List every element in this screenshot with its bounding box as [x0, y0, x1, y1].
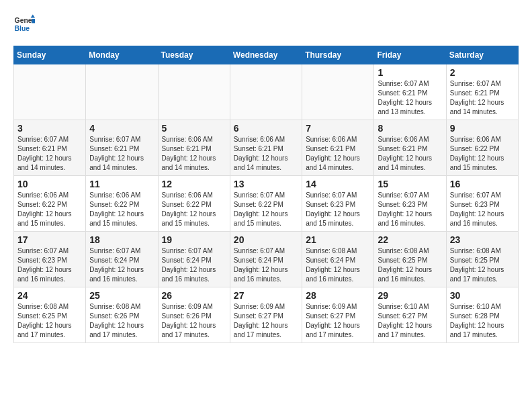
day-info: Sunrise: 6:07 AM Sunset: 6:21 PM Dayligh… [450, 79, 515, 117]
day-number: 8 [378, 123, 442, 134]
day-info: Sunrise: 6:06 AM Sunset: 6:21 PM Dayligh… [162, 135, 226, 173]
day-number: 18 [89, 234, 154, 245]
calendar-week-row: 10Sunrise: 6:06 AM Sunset: 6:22 PM Dayli… [14, 176, 519, 232]
calendar-cell: 16Sunrise: 6:07 AM Sunset: 6:23 PM Dayli… [446, 176, 518, 232]
page-header: General Blue [13, 13, 519, 35]
day-info: Sunrise: 6:07 AM Sunset: 6:23 PM Dayligh… [378, 191, 442, 228]
day-number: 19 [162, 234, 226, 245]
day-info: Sunrise: 6:07 AM Sunset: 6:24 PM Dayligh… [234, 246, 298, 284]
day-info: Sunrise: 6:08 AM Sunset: 6:26 PM Dayligh… [89, 302, 154, 340]
day-number: 26 [162, 290, 226, 301]
day-number: 14 [306, 179, 370, 189]
weekday-header: Thursday [302, 46, 374, 64]
calendar-cell: 3Sunrise: 6:07 AM Sunset: 6:21 PM Daylig… [14, 120, 86, 176]
calendar-cell: 8Sunrise: 6:06 AM Sunset: 6:21 PM Daylig… [374, 120, 446, 176]
day-info: Sunrise: 6:10 AM Sunset: 6:28 PM Dayligh… [450, 302, 515, 340]
day-info: Sunrise: 6:07 AM Sunset: 6:22 PM Dayligh… [234, 191, 298, 228]
calendar-cell: 15Sunrise: 6:07 AM Sunset: 6:23 PM Dayli… [374, 176, 446, 232]
calendar-cell [86, 64, 158, 120]
day-number: 15 [378, 179, 442, 189]
weekday-header: Saturday [446, 46, 518, 64]
calendar-cell: 27Sunrise: 6:09 AM Sunset: 6:27 PM Dayli… [230, 287, 302, 343]
day-number: 22 [378, 234, 442, 245]
day-info: Sunrise: 6:07 AM Sunset: 6:24 PM Dayligh… [162, 246, 226, 284]
day-number: 5 [162, 123, 226, 134]
day-number: 29 [378, 290, 442, 301]
calendar-cell: 10Sunrise: 6:06 AM Sunset: 6:22 PM Dayli… [14, 176, 86, 232]
calendar-cell: 19Sunrise: 6:07 AM Sunset: 6:24 PM Dayli… [158, 232, 230, 287]
day-info: Sunrise: 6:07 AM Sunset: 6:21 PM Dayligh… [89, 135, 154, 173]
day-number: 10 [17, 179, 82, 189]
day-number: 23 [450, 234, 515, 245]
calendar-cell: 12Sunrise: 6:06 AM Sunset: 6:22 PM Dayli… [158, 176, 230, 232]
calendar-cell: 30Sunrise: 6:10 AM Sunset: 6:28 PM Dayli… [446, 287, 518, 343]
day-number: 12 [162, 179, 226, 189]
calendar-cell [14, 64, 86, 120]
day-info: Sunrise: 6:08 AM Sunset: 6:25 PM Dayligh… [378, 246, 442, 284]
calendar-cell: 23Sunrise: 6:08 AM Sunset: 6:25 PM Dayli… [446, 232, 518, 287]
day-number: 28 [306, 290, 370, 301]
calendar-cell: 25Sunrise: 6:08 AM Sunset: 6:26 PM Dayli… [86, 287, 158, 343]
day-info: Sunrise: 6:07 AM Sunset: 6:23 PM Dayligh… [306, 191, 370, 228]
day-number: 7 [306, 123, 370, 134]
calendar-cell: 22Sunrise: 6:08 AM Sunset: 6:25 PM Dayli… [374, 232, 446, 287]
calendar-cell: 6Sunrise: 6:06 AM Sunset: 6:21 PM Daylig… [230, 120, 302, 176]
svg-marker-3 [32, 19, 35, 23]
day-info: Sunrise: 6:06 AM Sunset: 6:22 PM Dayligh… [89, 191, 154, 228]
svg-marker-2 [31, 15, 35, 18]
day-info: Sunrise: 6:06 AM Sunset: 6:21 PM Dayligh… [306, 135, 370, 173]
day-info: Sunrise: 6:07 AM Sunset: 6:21 PM Dayligh… [378, 79, 442, 117]
calendar-cell: 4Sunrise: 6:07 AM Sunset: 6:21 PM Daylig… [86, 120, 158, 176]
calendar-cell: 20Sunrise: 6:07 AM Sunset: 6:24 PM Dayli… [230, 232, 302, 287]
day-number: 2 [450, 67, 515, 78]
calendar-cell: 5Sunrise: 6:06 AM Sunset: 6:21 PM Daylig… [158, 120, 230, 176]
calendar-cell: 21Sunrise: 6:08 AM Sunset: 6:24 PM Dayli… [302, 232, 374, 287]
day-number: 9 [450, 123, 515, 134]
day-number: 11 [89, 179, 154, 189]
day-number: 1 [378, 67, 442, 78]
day-info: Sunrise: 6:08 AM Sunset: 6:24 PM Dayligh… [306, 246, 370, 284]
calendar-week-row: 3Sunrise: 6:07 AM Sunset: 6:21 PM Daylig… [14, 120, 519, 176]
day-number: 30 [450, 290, 515, 301]
day-info: Sunrise: 6:07 AM Sunset: 6:23 PM Dayligh… [450, 191, 515, 228]
calendar-week-row: 17Sunrise: 6:07 AM Sunset: 6:23 PM Dayli… [14, 232, 519, 287]
day-number: 3 [17, 123, 82, 134]
day-info: Sunrise: 6:06 AM Sunset: 6:22 PM Dayligh… [17, 191, 82, 228]
calendar-cell: 11Sunrise: 6:06 AM Sunset: 6:22 PM Dayli… [86, 176, 158, 232]
calendar-cell: 13Sunrise: 6:07 AM Sunset: 6:22 PM Dayli… [230, 176, 302, 232]
day-info: Sunrise: 6:06 AM Sunset: 6:22 PM Dayligh… [450, 135, 515, 173]
calendar-week-row: 1Sunrise: 6:07 AM Sunset: 6:21 PM Daylig… [14, 64, 519, 120]
weekday-header: Sunday [14, 46, 86, 64]
day-info: Sunrise: 6:09 AM Sunset: 6:26 PM Dayligh… [162, 302, 226, 340]
day-info: Sunrise: 6:08 AM Sunset: 6:25 PM Dayligh… [17, 302, 82, 340]
calendar-cell: 2Sunrise: 6:07 AM Sunset: 6:21 PM Daylig… [446, 64, 518, 120]
day-number: 24 [17, 290, 82, 301]
weekday-header-row: SundayMondayTuesdayWednesdayThursdayFrid… [14, 46, 519, 64]
calendar-cell: 9Sunrise: 6:06 AM Sunset: 6:22 PM Daylig… [446, 120, 518, 176]
logo: General Blue [13, 13, 35, 35]
calendar-cell: 14Sunrise: 6:07 AM Sunset: 6:23 PM Dayli… [302, 176, 374, 232]
calendar-cell: 28Sunrise: 6:09 AM Sunset: 6:27 PM Dayli… [302, 287, 374, 343]
day-info: Sunrise: 6:10 AM Sunset: 6:27 PM Dayligh… [378, 302, 442, 340]
logo-icon: General Blue [13, 13, 35, 35]
day-info: Sunrise: 6:07 AM Sunset: 6:24 PM Dayligh… [89, 246, 154, 284]
calendar-body: 1Sunrise: 6:07 AM Sunset: 6:21 PM Daylig… [14, 64, 519, 343]
calendar-cell [158, 64, 230, 120]
day-number: 4 [89, 123, 154, 134]
day-number: 27 [234, 290, 298, 301]
weekday-header: Monday [86, 46, 158, 64]
day-number: 13 [234, 179, 298, 189]
calendar-header: SundayMondayTuesdayWednesdayThursdayFrid… [14, 46, 519, 64]
day-info: Sunrise: 6:06 AM Sunset: 6:21 PM Dayligh… [234, 135, 298, 173]
calendar-cell: 29Sunrise: 6:10 AM Sunset: 6:27 PM Dayli… [374, 287, 446, 343]
calendar-cell: 26Sunrise: 6:09 AM Sunset: 6:26 PM Dayli… [158, 287, 230, 343]
day-number: 16 [450, 179, 515, 189]
day-info: Sunrise: 6:09 AM Sunset: 6:27 PM Dayligh… [234, 302, 298, 340]
day-info: Sunrise: 6:07 AM Sunset: 6:21 PM Dayligh… [17, 135, 82, 173]
calendar-week-row: 24Sunrise: 6:08 AM Sunset: 6:25 PM Dayli… [14, 287, 519, 343]
day-number: 20 [234, 234, 298, 245]
calendar-cell: 24Sunrise: 6:08 AM Sunset: 6:25 PM Dayli… [14, 287, 86, 343]
day-info: Sunrise: 6:08 AM Sunset: 6:25 PM Dayligh… [450, 246, 515, 284]
calendar-table: SundayMondayTuesdayWednesdayThursdayFrid… [13, 46, 519, 343]
svg-text:Blue: Blue [15, 25, 30, 32]
